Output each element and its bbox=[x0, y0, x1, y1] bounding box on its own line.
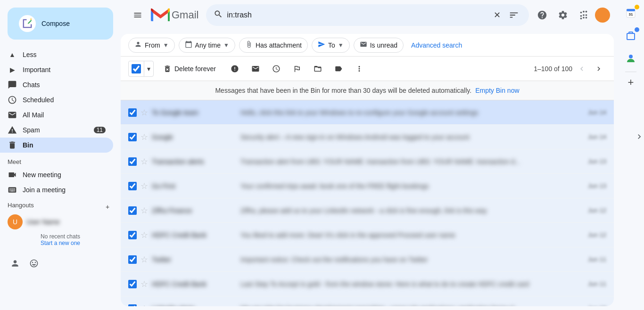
delete-forever-label: Delete forever bbox=[174, 65, 216, 73]
star-icon[interactable]: ☆ bbox=[140, 181, 148, 191]
sidebar-item-chats[interactable]: Chats bbox=[0, 77, 113, 92]
empty-bin-button[interactable]: Empty Bin now bbox=[475, 87, 519, 94]
email-date: Jun 10 bbox=[588, 305, 606, 306]
sender-name: HDFC Credit Bank bbox=[152, 280, 237, 288]
add-hangout-button[interactable]: + bbox=[102, 201, 113, 212]
add-to-task-button[interactable] bbox=[288, 59, 306, 78]
tasks-badge bbox=[635, 27, 639, 32]
search-clear-button[interactable]: ✕ bbox=[491, 9, 503, 21]
meet-section-title: Meet bbox=[0, 153, 121, 167]
is-unread-filter-chip[interactable]: Is unread bbox=[354, 38, 404, 53]
sidebar-item-spam[interactable]: Spam 11 bbox=[0, 122, 113, 138]
sidebar-item-label: Less bbox=[23, 51, 106, 58]
star-icon[interactable]: ☆ bbox=[140, 107, 148, 118]
sidebar-item-label: Important bbox=[23, 66, 106, 73]
row-checkbox[interactable] bbox=[128, 157, 137, 166]
table-row[interactable]: ☆ Transaction alerts Transaction alert f… bbox=[121, 149, 614, 174]
advanced-search-link[interactable]: Advanced search bbox=[411, 41, 462, 49]
toolbar-right: 1–100 of 100 bbox=[534, 61, 606, 76]
has-attachment-label: Has attachment bbox=[256, 41, 302, 49]
sidebar-item-less[interactable]: ▲ Less bbox=[0, 47, 113, 62]
gmail-wordmark: Gmail bbox=[172, 9, 198, 21]
row-checkbox[interactable] bbox=[128, 133, 137, 141]
sidebar-item-bin[interactable]: Bin bbox=[0, 138, 113, 153]
sidebar-item-important[interactable]: ▶ Important bbox=[0, 62, 113, 77]
delete-forever-button[interactable]: Delete forever bbox=[156, 61, 223, 77]
table-row[interactable]: ☆ Ziffra Finance Ziffra, please add us t… bbox=[121, 198, 614, 223]
emoji-icon[interactable] bbox=[26, 256, 41, 271]
google-contacts-icon[interactable] bbox=[621, 49, 640, 68]
to-chevron: ▼ bbox=[338, 42, 344, 49]
attachment-icon bbox=[245, 41, 253, 50]
snooze-button[interactable] bbox=[267, 59, 286, 78]
table-row[interactable]: ☆ Google Security alert – A new sign-in … bbox=[121, 125, 614, 149]
row-checkbox[interactable] bbox=[128, 280, 137, 288]
row-checkbox[interactable] bbox=[128, 255, 137, 264]
table-row[interactable]: ☆ Go First Your confirmed trips await: b… bbox=[121, 174, 614, 198]
star-icon[interactable]: ☆ bbox=[140, 230, 148, 240]
row-checkbox[interactable] bbox=[128, 231, 137, 239]
sender-name: LinkedIn alerts bbox=[152, 305, 237, 307]
label-button[interactable] bbox=[329, 59, 348, 78]
report-spam-button[interactable] bbox=[225, 59, 244, 78]
select-all-checkbox[interactable] bbox=[132, 64, 141, 73]
to-filter-chip[interactable]: To ▼ bbox=[312, 38, 350, 53]
send-icon bbox=[318, 41, 325, 50]
sidebar: Compose ▲ Less ▶ Important Chats Schedul… bbox=[0, 0, 121, 310]
table-row[interactable]: ☆ HDFC Credit Bank You liked to add more… bbox=[121, 223, 614, 247]
mark-as-read-button[interactable] bbox=[246, 59, 265, 78]
info-banner-message: Messages that have been in the Bin for m… bbox=[215, 87, 471, 94]
person-icon bbox=[134, 41, 142, 50]
table-row[interactable]: ☆ To Google team Hello, click this link … bbox=[121, 100, 614, 125]
star-icon[interactable]: ☆ bbox=[140, 279, 148, 289]
sidebar-item-join-meeting[interactable]: Join a meeting bbox=[0, 182, 113, 197]
select-all-container[interactable]: ▾ bbox=[128, 61, 154, 77]
sidebar-item-scheduled[interactable]: Scheduled bbox=[0, 92, 113, 107]
any-time-filter-chip[interactable]: Any time ▼ bbox=[179, 38, 235, 53]
apps-button[interactable] bbox=[574, 6, 593, 24]
compose-icon bbox=[19, 15, 36, 32]
sender-name: Transaction alerts bbox=[152, 158, 237, 165]
table-row[interactable]: ☆ LinkedIn alerts We are jobs for busine… bbox=[121, 296, 614, 306]
more-options-button[interactable] bbox=[350, 59, 369, 78]
star-icon[interactable]: ☆ bbox=[140, 254, 148, 265]
pagination-next-button[interactable] bbox=[591, 61, 606, 76]
star-icon[interactable]: ☆ bbox=[140, 303, 148, 307]
search-filter-button[interactable] bbox=[506, 8, 521, 23]
warning-icon bbox=[8, 125, 17, 135]
table-row[interactable]: ☆ Twitter Important notice: Check out th… bbox=[121, 247, 614, 272]
sidebar-item-new-meeting[interactable]: New meeting bbox=[0, 167, 113, 182]
search-input[interactable] bbox=[227, 11, 487, 19]
row-checkbox[interactable] bbox=[128, 206, 137, 215]
trash-icon bbox=[8, 140, 17, 150]
all-mail-icon bbox=[8, 110, 17, 120]
sidebar-item-all-mail[interactable]: All Mail bbox=[0, 107, 113, 122]
from-filter-chip[interactable]: From ▼ bbox=[128, 38, 175, 53]
subject-snippet: Last Step To Accept Is gold - from the w… bbox=[240, 280, 584, 288]
any-time-chevron: ▼ bbox=[223, 42, 229, 49]
contacts-icon[interactable] bbox=[8, 256, 23, 271]
google-keep-icon[interactable] bbox=[621, 26, 640, 45]
star-icon[interactable]: ☆ bbox=[140, 205, 148, 216]
add-panel-button[interactable]: + bbox=[624, 76, 637, 89]
google-calendar-icon[interactable]: 31 bbox=[621, 4, 640, 23]
settings-button[interactable] bbox=[553, 6, 572, 24]
move-to-button[interactable] bbox=[308, 59, 327, 78]
row-checkbox[interactable] bbox=[128, 304, 137, 307]
help-button[interactable] bbox=[533, 6, 552, 24]
table-row[interactable]: ☆ HDFC Credit Bank Last Step To Accept I… bbox=[121, 272, 614, 296]
compose-button[interactable]: Compose bbox=[8, 8, 113, 40]
pagination-prev-button[interactable] bbox=[574, 61, 589, 76]
user-avatar[interactable] bbox=[595, 8, 610, 23]
start-new-chat-link[interactable]: Start a new one bbox=[8, 240, 113, 246]
mail-icon bbox=[360, 41, 367, 50]
bookmark-icon: ▶ bbox=[8, 66, 17, 73]
select-dropdown-button[interactable]: ▾ bbox=[144, 61, 153, 76]
menu-button[interactable] bbox=[128, 6, 147, 24]
row-checkbox[interactable] bbox=[128, 108, 137, 117]
star-icon[interactable]: ☆ bbox=[140, 156, 148, 167]
subject-snippet: Your confirmed trips await: book one of … bbox=[240, 182, 584, 190]
has-attachment-filter-chip[interactable]: Has attachment bbox=[239, 38, 308, 53]
star-icon[interactable]: ☆ bbox=[140, 132, 148, 142]
row-checkbox[interactable] bbox=[128, 182, 137, 190]
